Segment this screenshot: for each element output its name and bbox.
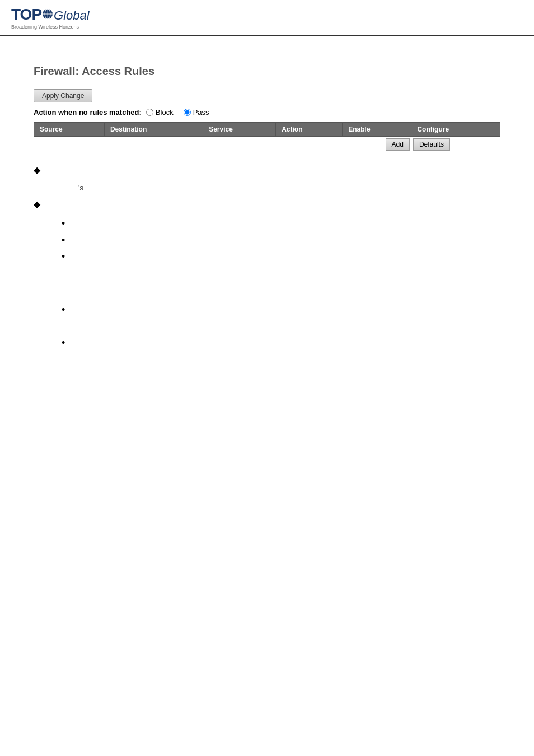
- page-title: Firewall: Access Rules: [34, 65, 500, 78]
- col-configure: Configure: [411, 123, 500, 137]
- col-source: Source: [34, 123, 105, 137]
- table-body: Add Defaults: [34, 137, 500, 153]
- bullet-list-2: • •: [62, 304, 500, 349]
- apostrophe-text: 's: [78, 184, 500, 192]
- logo-globe-icon: [42, 8, 53, 20]
- bullet-dot-1: •: [62, 218, 65, 230]
- apostrophe-s-text: 's: [78, 184, 83, 192]
- diamond-item-1: ◆: [34, 164, 500, 175]
- apply-change-button[interactable]: Apply Change: [34, 89, 92, 102]
- table-header-row: Source Destination Service Action Enable…: [34, 123, 500, 137]
- help-section: ◆ 's ◆ • • •: [34, 164, 500, 349]
- bullet-dot-4: •: [62, 304, 65, 316]
- bullet-list-1: • • •: [62, 218, 500, 263]
- table-row-empty: Add Defaults: [34, 137, 500, 153]
- bullet-item-4: •: [62, 304, 500, 316]
- col-enable: Enable: [343, 123, 411, 137]
- bullet-dot-5: •: [62, 337, 65, 349]
- logo: TOP Global Broadening Wireless Horizons: [11, 6, 90, 30]
- col-service: Service: [203, 123, 276, 137]
- bullet-dot-2: •: [62, 235, 65, 247]
- defaults-button[interactable]: Defaults: [413, 138, 450, 151]
- rules-table: Source Destination Service Action Enable…: [34, 122, 500, 152]
- diamond-icon-2: ◆: [34, 199, 40, 209]
- spacer-1: [34, 268, 500, 301]
- radio-pass-text: Pass: [193, 108, 209, 116]
- diamond-icon-1: ◆: [34, 165, 40, 175]
- radio-block-text: Block: [156, 108, 174, 116]
- diamond-item-2: ◆: [34, 198, 500, 209]
- radio-block-label[interactable]: Block: [146, 108, 178, 116]
- bullet-item-3: •: [62, 251, 500, 263]
- logo-tagline: Broadening Wireless Horizons: [11, 24, 90, 30]
- bullet-item-1: •: [62, 218, 500, 230]
- main-content: Firewall: Access Rules Apply Change Acti…: [0, 54, 534, 372]
- page-header: TOP Global Broadening Wireless Horizons: [0, 0, 534, 36]
- radio-pass-label[interactable]: Pass: [184, 108, 214, 116]
- bullet-item-5: •: [62, 337, 500, 349]
- action-row: Action when no rules matched: Block Pass: [34, 108, 500, 116]
- logo-bal-text: Global: [54, 8, 90, 23]
- action-label: Action when no rules matched:: [34, 108, 142, 116]
- bullet-dot-3: •: [62, 251, 65, 263]
- logo-top-text: TOP: [11, 6, 41, 24]
- spacer-2: [62, 320, 500, 337]
- bullet-item-2: •: [62, 235, 500, 247]
- col-destination: Destination: [104, 123, 203, 137]
- radio-block[interactable]: [146, 109, 153, 116]
- col-action: Action: [276, 123, 343, 137]
- header-divider: [0, 48, 534, 48]
- radio-pass[interactable]: [184, 109, 191, 116]
- add-button[interactable]: Add: [386, 138, 410, 151]
